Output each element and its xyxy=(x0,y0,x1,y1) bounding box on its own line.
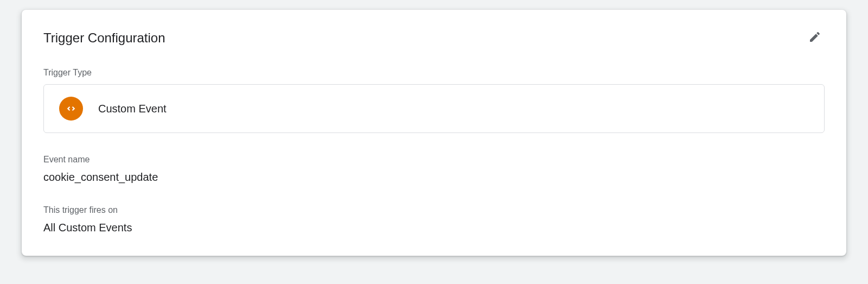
card-title: Trigger Configuration xyxy=(43,30,165,46)
pencil-icon xyxy=(808,30,821,45)
edit-button[interactable] xyxy=(805,27,825,48)
fires-on-label: This trigger fires on xyxy=(43,205,825,215)
card-header: Trigger Configuration xyxy=(43,27,825,48)
trigger-configuration-card: Trigger Configuration Trigger Type Custo… xyxy=(22,10,846,256)
fires-on-value: All Custom Events xyxy=(43,222,825,234)
code-icon xyxy=(59,97,83,121)
fires-on-field: This trigger fires on All Custom Events xyxy=(43,205,825,234)
event-name-field: Event name cookie_consent_update xyxy=(43,155,825,184)
event-name-label: Event name xyxy=(43,155,825,165)
trigger-type-name: Custom Event xyxy=(98,103,167,115)
event-name-value: cookie_consent_update xyxy=(43,171,825,184)
trigger-type-label: Trigger Type xyxy=(43,68,825,78)
trigger-type-box[interactable]: Custom Event xyxy=(43,84,825,133)
